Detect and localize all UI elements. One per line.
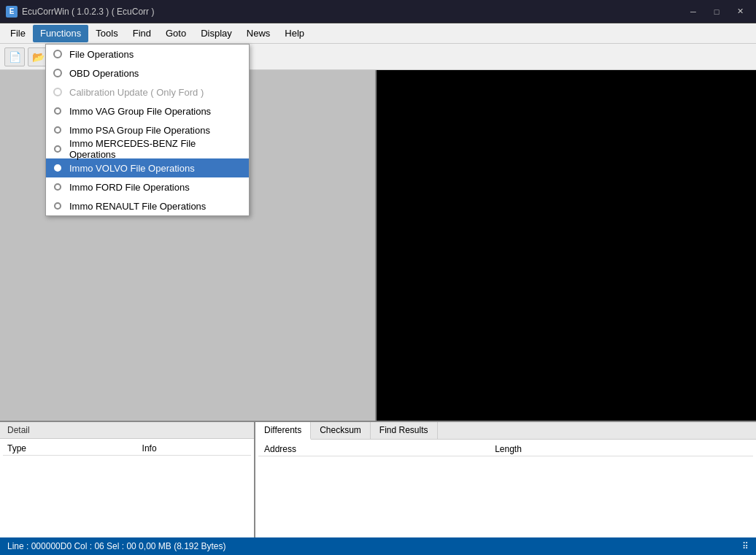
bottom-panel: Detail Type Info Differents Checksum Fin… (0, 421, 756, 537)
file-operations-label: File Operations (69, 49, 134, 60)
diff-col-length: Length (489, 443, 692, 456)
immo-mercedes-icon (52, 143, 63, 155)
immo-volvo-icon (52, 162, 63, 174)
toolbar-new[interactable]: 📄 (4, 47, 25, 66)
tab-find-results[interactable]: Find Results (371, 422, 438, 439)
calibration-icon (52, 86, 63, 98)
circle-icon (53, 50, 62, 58)
immo-psa-label: Immo PSA Group File Operations (69, 125, 210, 136)
menu-tools[interactable]: Tools (88, 25, 125, 42)
menu-functions[interactable]: Functions (33, 25, 88, 42)
menu-help[interactable]: Help (277, 25, 312, 42)
tab-checksum[interactable]: Checksum (311, 422, 371, 439)
dropdown-file-operations[interactable]: File Operations (46, 45, 249, 64)
title-bar: E EcuCorrWin ( 1.0.2.3 ) ( EcuCorr ) ─ □… (0, 0, 756, 23)
app-icon: E (6, 6, 18, 18)
circle-icon-mercedes (54, 145, 61, 153)
menu-find[interactable]: Find (126, 25, 158, 42)
circle-icon-renault (54, 202, 61, 210)
circle-icon-vag (54, 107, 61, 115)
dropdown-immo-vag[interactable]: Immo VAG Group File Operations (46, 102, 249, 120)
menu-news[interactable]: News (239, 25, 278, 42)
dropdown-immo-renault[interactable]: Immo RENAULT File Operations (46, 196, 249, 215)
obd-operations-icon (52, 67, 63, 79)
app-title: EcuCorrWin ( 1.0.2.3 ) ( EcuCorr ) (22, 7, 154, 17)
detail-content: Type Info (0, 439, 254, 537)
immo-vag-icon (52, 105, 63, 117)
dropdown-obd-operations[interactable]: OBD Operations (46, 64, 249, 83)
circle-icon-volvo (54, 164, 61, 172)
status-bar: Line : 000000D0 Col : 06 Sel : 00 0,00 M… (0, 537, 756, 555)
status-right: ⠿ (742, 541, 749, 551)
dropdown-calibration-update[interactable]: Calibration Update ( Only Ford ) (46, 83, 249, 102)
detail-col-type: Type (3, 442, 138, 456)
diff-col-empty (692, 443, 753, 456)
obd-operations-label: OBD Operations (69, 68, 139, 79)
circle-icon-cal (53, 88, 62, 96)
circle-icon-psa (54, 126, 61, 134)
immo-vag-label: Immo VAG Group File Operations (69, 106, 211, 117)
dropdown-immo-mercedes[interactable]: Immo MERCEDES-BENZ File Operations (46, 139, 249, 158)
functions-dropdown: File Operations OBD Operations Calibrati… (45, 44, 250, 216)
detail-table: Type Info (3, 442, 251, 456)
menu-file[interactable]: File (3, 25, 33, 42)
immo-renault-label: Immo RENAULT File Operations (69, 201, 206, 212)
calibration-label: Calibration Update ( Only Ford ) (69, 87, 204, 98)
immo-mercedes-label: Immo MERCEDES-BENZ File Operations (69, 138, 242, 160)
circle-icon-obd (53, 69, 62, 77)
window-controls: ─ □ ✕ (683, 4, 750, 19)
immo-psa-icon (52, 124, 63, 136)
dropdown-immo-ford[interactable]: Immo FORD File Operations (46, 177, 249, 196)
detail-tab[interactable]: Detail (0, 422, 254, 439)
right-panel (377, 70, 756, 421)
differents-panel: Differents Checksum Find Results Address… (255, 422, 756, 537)
menu-goto[interactable]: Goto (158, 25, 193, 42)
menu-bar: File Functions Tools Find Goto Display N… (0, 23, 756, 44)
immo-ford-label: Immo FORD File Operations (69, 182, 190, 193)
status-text: Line : 000000D0 Col : 06 Sel : 00 0,00 M… (7, 541, 226, 551)
tab-differents[interactable]: Differents (255, 422, 311, 440)
menu-display[interactable]: Display (193, 25, 239, 42)
diff-content: Address Length (255, 440, 756, 537)
dropdown-immo-volvo[interactable]: Immo VOLVO File Operations (46, 158, 249, 177)
diff-table: Address Length (258, 443, 753, 456)
diff-tabs: Differents Checksum Find Results (255, 422, 756, 440)
detail-panel: Detail Type Info (0, 422, 255, 537)
immo-ford-icon (52, 181, 63, 193)
close-button[interactable]: ✕ (730, 4, 750, 19)
immo-renault-icon (52, 200, 63, 212)
immo-volvo-label: Immo VOLVO File Operations (69, 163, 195, 174)
circle-icon-ford (54, 183, 61, 191)
minimize-button[interactable]: ─ (683, 4, 703, 19)
maximize-button[interactable]: □ (706, 4, 727, 19)
file-operations-icon (52, 48, 63, 60)
title-bar-left: E EcuCorrWin ( 1.0.2.3 ) ( EcuCorr ) (6, 6, 154, 18)
dropdown-immo-psa[interactable]: Immo PSA Group File Operations (46, 120, 249, 139)
detail-col-info: Info (138, 442, 251, 456)
diff-col-address: Address (258, 443, 489, 456)
